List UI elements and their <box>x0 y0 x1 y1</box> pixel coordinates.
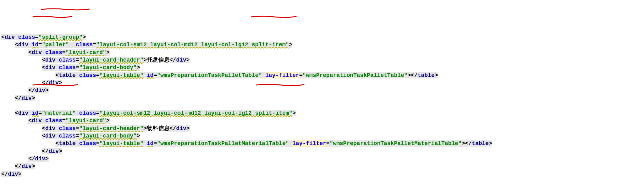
red-underline-split-group <box>41 8 91 12</box>
red-underline-split-item-1 <box>251 15 298 19</box>
code-line-13: <div class="layui-card-body"> <box>1 133 140 139</box>
code-line-12: <div class="layui-card-header">物料信息</div… <box>1 125 190 132</box>
code-line-18: </div> <box>1 171 22 177</box>
code-line-10: <div id="material" class="layui-col-sm12… <box>1 110 296 116</box>
code-line-6: <table class="layui-table" id="wmsPrepar… <box>1 72 438 78</box>
red-underline-id-pallet <box>32 15 73 19</box>
code-line-11: <div class="layui-card"> <box>1 118 110 124</box>
code-line-5: <div class="layui-card-body"> <box>1 64 140 71</box>
code-block: <div class="split-group"> <div id="palle… <box>1 33 643 178</box>
code-line-4: <div class="layui-card-header">托盘信息</div… <box>1 57 190 63</box>
code-line-3: <div class="layui-card"> <box>1 49 110 56</box>
code-line-8: </div> <box>1 87 49 93</box>
code-line-1: <div class="split-group"> <box>1 34 86 40</box>
code-line-15: </div> <box>1 148 62 154</box>
code-line-17: </div> <box>1 163 35 169</box>
code-line-7: </div> <box>1 80 62 86</box>
code-line-9: </div> <box>1 95 35 101</box>
code-line-2: <div id="pallet" class="layui-col-sm12 l… <box>1 42 292 48</box>
code-line-16: </div> <box>1 156 49 162</box>
code-line-14: <table class="layui-table" id="wmsPrepar… <box>1 140 492 147</box>
